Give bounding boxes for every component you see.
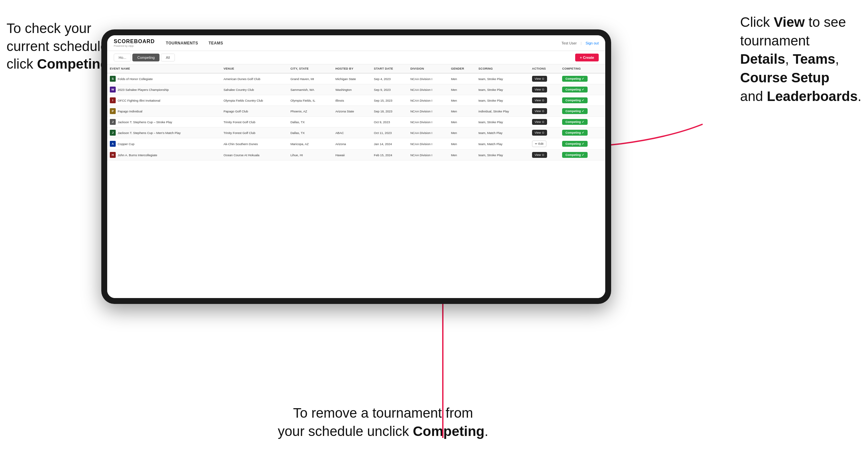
col-start-date: START DATE — [371, 64, 408, 73]
nav-links: TOURNAMENTS TEAMS — [165, 41, 562, 45]
tournaments-table-wrapper: EVENT NAME VENUE CITY, STATE HOSTED BY S… — [107, 64, 605, 298]
col-hosted-by: HOSTED BY — [333, 64, 371, 73]
table-body: S Folds of Honor Collegiate American Dun… — [107, 73, 605, 160]
table-row: W 2023 Sahalee Players Championship Saha… — [107, 84, 605, 95]
edit-button[interactable]: ✏ Edit — [532, 141, 547, 147]
event-name-cell: H John A. Burns Intercollegiate — [107, 150, 221, 160]
event-name-cell: J Jackson T. Stephens Cup – Stroke Play — [107, 117, 221, 127]
filter-bar: Ho... Competing All + Create — [107, 51, 605, 64]
view-button[interactable]: View ⊙ — [532, 87, 547, 92]
nav-teams[interactable]: TEAMS — [207, 41, 224, 45]
navbar: SCOREBOARD Powered by clipp TOURNAMENTS … — [107, 35, 605, 51]
col-gender: GENDER — [448, 64, 476, 73]
table-row: S Folds of Honor Collegiate American Dun… — [107, 73, 605, 84]
tablet-device: SCOREBOARD Powered by clipp TOURNAMENTS … — [101, 29, 611, 304]
event-name-cell: P Papago Individual — [107, 106, 221, 117]
competing-button[interactable]: Competing ✓ — [562, 87, 588, 92]
table-row: P Papago Individual Papago Golf ClubPhoe… — [107, 106, 605, 117]
annotation-bottom: To remove a tournament from your schedul… — [278, 404, 488, 441]
filter-all-tab[interactable]: All — [161, 54, 175, 61]
table-row: H John A. Burns Intercollegiate Ocean Co… — [107, 150, 605, 160]
table-row: A Copper Cup Ak-Chin Southern DunesMaric… — [107, 138, 605, 150]
logo-text: SCOREBOARD — [114, 38, 155, 44]
event-name-cell: W 2023 Sahalee Players Championship — [107, 84, 221, 95]
col-division: DIVISION — [408, 64, 448, 73]
col-scoring: SCORING — [476, 64, 529, 73]
table-row: J Jackson T. Stephens Cup – Stroke Play … — [107, 117, 605, 127]
event-name-cell: S Folds of Honor Collegiate — [107, 73, 221, 84]
competing-button[interactable]: Competing ✓ — [562, 119, 588, 125]
competing-button[interactable]: Competing ✓ — [562, 97, 588, 103]
tournaments-table: EVENT NAME VENUE CITY, STATE HOSTED BY S… — [107, 64, 605, 160]
competing-button[interactable]: Competing ✓ — [562, 108, 588, 114]
table-header-row: EVENT NAME VENUE CITY, STATE HOSTED BY S… — [107, 64, 605, 73]
view-button[interactable]: View ⊙ — [532, 130, 547, 136]
tablet-screen: SCOREBOARD Powered by clipp TOURNAMENTS … — [107, 35, 605, 298]
nav-tournaments[interactable]: TOURNAMENTS — [165, 41, 200, 45]
scoreboard-logo: SCOREBOARD Powered by clipp — [114, 38, 155, 48]
powered-by-text: Powered by clipp — [114, 44, 155, 48]
competing-button[interactable]: Competing ✓ — [562, 76, 588, 82]
view-button[interactable]: View ⊙ — [532, 152, 547, 158]
annotation-top-left: To check your current schedule, click Co… — [6, 20, 113, 73]
filter-tabs: Ho... Competing All — [114, 54, 175, 61]
col-event-name: EVENT NAME — [107, 64, 221, 73]
view-button[interactable]: View ⊙ — [532, 108, 547, 114]
nav-right: Test User | Sign out — [561, 41, 599, 45]
event-name-cell: J Jackson T. Stephens Cup – Men's Match … — [107, 127, 221, 138]
nav-signout[interactable]: Sign out — [586, 41, 599, 45]
table-row: J Jackson T. Stephens Cup – Men's Match … — [107, 127, 605, 138]
view-button[interactable]: View ⊙ — [532, 119, 547, 125]
event-name-cell: A Copper Cup — [107, 138, 221, 150]
view-button[interactable]: View ⊙ — [532, 76, 547, 82]
event-name-cell: I OFCC Fighting Illini Invitational — [107, 95, 221, 106]
create-button[interactable]: + Create — [575, 54, 599, 61]
nav-user: Test User — [561, 41, 577, 45]
col-actions: ACTIONS — [529, 64, 559, 73]
col-city-state: CITY, STATE — [288, 64, 333, 73]
view-button[interactable]: View ⊙ — [532, 97, 547, 103]
competing-button[interactable]: Competing ✓ — [562, 130, 588, 136]
filter-competing-tab[interactable]: Competing — [132, 54, 159, 61]
competing-button[interactable]: Competing ✓ — [562, 152, 588, 158]
col-competing: COMPETING — [559, 64, 605, 73]
table-row: I OFCC Fighting Illini Invitational Olym… — [107, 95, 605, 106]
filter-host-tab[interactable]: Ho... — [114, 54, 131, 61]
competing-button[interactable]: Competing ✓ — [562, 141, 588, 147]
col-venue: VENUE — [221, 64, 288, 73]
annotation-top-right: Click View to see tournament Details, Te… — [740, 13, 862, 105]
